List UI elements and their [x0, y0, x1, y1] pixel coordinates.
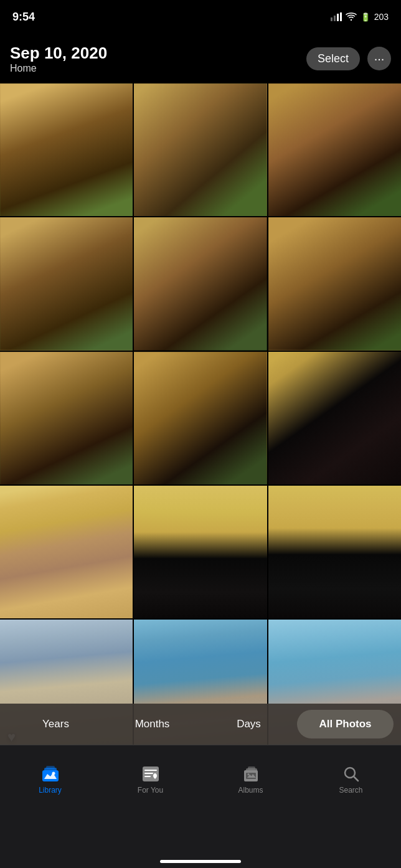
tab-albums[interactable]: Albums [200, 752, 301, 808]
status-bar: 9:54 🔋 203 [0, 0, 401, 34]
grid-item[interactable] [268, 83, 401, 216]
svg-rect-5 [42, 770, 59, 781]
svg-rect-3 [340, 12, 342, 21]
grid-item[interactable] [134, 83, 267, 216]
select-button[interactable]: Select [306, 47, 360, 70]
battery-icon: 🔋 [361, 12, 370, 22]
search-label: Search [339, 786, 362, 795]
status-time: 9:54 [12, 11, 35, 24]
for-you-label: For You [138, 786, 163, 795]
grid-item[interactable] [268, 217, 401, 350]
tab-bar: Library For You [0, 745, 401, 868]
albums-label: Albums [238, 786, 263, 795]
svg-rect-1 [334, 16, 336, 21]
header-location: Home [10, 63, 107, 74]
albums-icon [242, 765, 260, 783]
header-actions: Select ··· [306, 47, 391, 70]
grid-item[interactable] [0, 217, 133, 350]
grid-item[interactable] [0, 486, 133, 618]
tab-for-you[interactable]: For You [100, 752, 200, 808]
svg-point-4 [350, 19, 351, 21]
svg-point-15 [345, 768, 355, 778]
svg-line-16 [354, 777, 358, 781]
svg-rect-7 [46, 766, 55, 769]
library-label: Library [39, 786, 62, 795]
more-button[interactable]: ··· [367, 47, 391, 70]
header-info: Sep 10, 2020 Home [10, 44, 107, 74]
timeline-bar: Years Months Days All Photos [0, 704, 401, 745]
signal-icon [331, 12, 342, 21]
library-icon [41, 765, 60, 783]
grid-item[interactable] [134, 352, 267, 484]
svg-point-8 [52, 772, 55, 775]
for-you-icon [141, 765, 160, 783]
grid-item[interactable] [134, 217, 267, 350]
svg-rect-2 [337, 14, 339, 21]
svg-rect-12 [248, 767, 255, 770]
grid-item[interactable] [134, 486, 267, 618]
wifi-icon [346, 12, 357, 21]
days-button[interactable]: Days [200, 710, 297, 738]
search-icon [342, 765, 361, 783]
tab-items: Library For You [0, 745, 401, 808]
all-photos-button[interactable]: All Photos [297, 710, 394, 738]
years-button[interactable]: Years [7, 710, 104, 738]
grid-container: ♥ [0, 83, 401, 745]
photo-grid: ♥ [0, 34, 401, 745]
header-date: Sep 10, 2020 [10, 44, 107, 63]
months-button[interactable]: Months [104, 710, 200, 738]
battery-text: 203 [374, 12, 389, 22]
tab-library[interactable]: Library [0, 752, 100, 808]
grid-item[interactable] [268, 352, 401, 484]
grid-item[interactable] [268, 486, 401, 618]
header: Sep 10, 2020 Home Select ··· [0, 34, 401, 83]
home-indicator [160, 860, 241, 863]
svg-point-14 [247, 773, 249, 775]
grid-item[interactable] [0, 352, 133, 484]
svg-rect-0 [331, 17, 333, 21]
tab-search[interactable]: Search [301, 752, 401, 808]
status-icons: 🔋 203 [331, 12, 389, 22]
grid-item[interactable] [0, 83, 133, 216]
